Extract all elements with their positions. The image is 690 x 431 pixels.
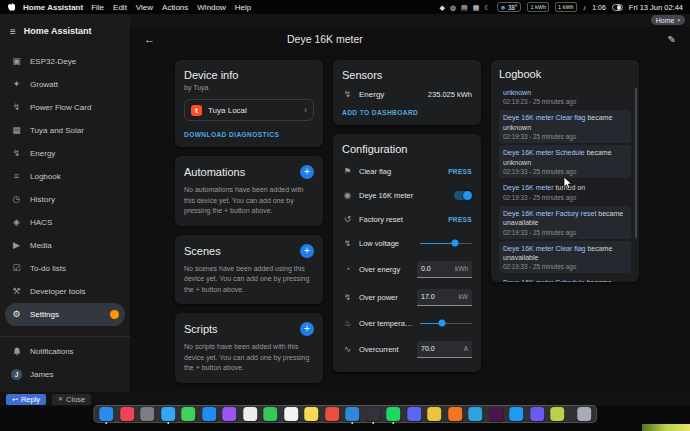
config-row-icon: ♨ <box>342 319 353 328</box>
sensor-energy-row[interactable]: ↯ Energy 235.025 kWh <box>342 90 472 99</box>
dock-app-icon[interactable] <box>263 407 277 421</box>
status-icon[interactable]: ☾ <box>484 4 490 11</box>
dock-app-icon[interactable] <box>99 407 113 421</box>
sidebar-item-user[interactable]: J James <box>5 363 125 386</box>
dock-app-icon[interactable] <box>161 407 175 421</box>
scrollbar[interactable] <box>635 88 637 238</box>
status-icon[interactable]: ◍ <box>450 4 456 11</box>
menubar-menu[interactable]: File <box>91 3 104 12</box>
logbook-entry[interactable]: Deye 16K meter Schedule became unknown 0… <box>499 145 631 178</box>
dock-app-icon[interactable] <box>468 407 482 421</box>
menubar-menu[interactable]: Help <box>235 3 251 12</box>
home-dropdown[interactable]: Home ▾ <box>651 15 685 25</box>
power-widget-1[interactable]: 1 kWh <box>527 2 549 12</box>
number-input[interactable]: 70.0A <box>417 341 472 358</box>
integration-row[interactable]: t Tuya Local › <box>184 99 314 121</box>
dock-app-icon[interactable] <box>325 407 339 421</box>
logbook-entity-link[interactable]: Deye 16K meter Schedule <box>503 279 585 282</box>
menubar-app-name[interactable]: Home Assistant <box>23 3 83 12</box>
sidebar-item-notifications[interactable]: Notifications <box>5 340 125 363</box>
dock-app-icon[interactable] <box>304 407 318 421</box>
dock-app-icon[interactable] <box>366 407 380 421</box>
slider[interactable] <box>420 238 472 248</box>
logbook-entity-link[interactable]: Deye 16K meter Clear flag <box>503 114 585 121</box>
add-automation-button[interactable]: + <box>300 165 314 179</box>
slider[interactable] <box>420 318 472 328</box>
menubar-clock[interactable]: Fri 13 Jun 02:44 <box>629 3 683 12</box>
logbook-entity-link[interactable]: Deye 16K meter <box>503 184 554 191</box>
logbook-entity-link[interactable]: Deye 16K meter Schedule <box>503 149 585 156</box>
dock-app-icon[interactable] <box>386 407 400 421</box>
temperature-widget[interactable]: ❄ 38° <box>497 2 522 12</box>
logbook-entry[interactable]: Deye 16K meter Clear flag became unavail… <box>499 241 631 274</box>
status-icon[interactable]: ▤ <box>461 4 468 11</box>
dock-app-icon[interactable] <box>448 407 462 421</box>
sidebar-item[interactable]: ◷ History <box>5 188 125 211</box>
sidebar-item[interactable]: ☑ To-do lists <box>5 257 125 280</box>
power-widget-2[interactable]: 1 kWh <box>555 2 577 12</box>
dock-app-icon[interactable] <box>530 407 544 421</box>
dock-app-icon[interactable] <box>222 407 236 421</box>
screen-time-widget[interactable]: 1:06 <box>592 4 606 11</box>
dock-app-icon[interactable] <box>577 407 591 421</box>
number-input[interactable]: 0.0kWh <box>417 261 472 278</box>
dock-app-icon[interactable] <box>243 407 257 421</box>
logbook-entry[interactable]: unknown 02:19:23 - 25 minutes ago <box>499 85 631 108</box>
dock-app-icon[interactable] <box>140 407 154 421</box>
config-row-icon: ◉ <box>342 191 353 200</box>
download-diagnostics-button[interactable]: DOWNLOAD DIAGNOSTICS <box>184 131 314 138</box>
menubar-menu[interactable]: Actions <box>162 3 188 12</box>
dock-app-icon[interactable] <box>427 407 441 421</box>
number-input[interactable]: 17.0kW <box>417 289 472 306</box>
logbook-entity-link[interactable]: unknown <box>503 89 531 96</box>
menubar-menu[interactable]: Edit <box>113 3 127 12</box>
volume-icon[interactable]: ♪ <box>583 4 587 11</box>
add-scene-button[interactable]: + <box>300 244 314 258</box>
dock-app-icon[interactable] <box>550 407 564 421</box>
sidebar-item[interactable]: ≡ Logbook <box>5 165 125 188</box>
sidebar-item[interactable]: ▣ ESP32-Deye <box>5 50 125 73</box>
close-button[interactable]: ✕ Close <box>52 394 91 405</box>
menu-icon[interactable]: ≡ <box>10 26 16 37</box>
sidebar-item[interactable]: ↯ Power Flow Card <box>5 96 125 119</box>
control-center-icon[interactable] <box>612 4 623 11</box>
dock-app-icon[interactable] <box>181 407 195 421</box>
sidebar-item[interactable]: ✦ Growatt <box>5 73 125 96</box>
logbook-entity-link[interactable]: Deye 16K meter Factory reset <box>503 210 596 217</box>
dock-app-icon[interactable] <box>345 407 359 421</box>
menubar-menu[interactable]: Window <box>197 3 225 12</box>
dock-app-icon[interactable] <box>489 407 503 421</box>
toggle-switch[interactable] <box>454 191 472 200</box>
press-button[interactable]: PRESS <box>448 216 472 223</box>
dock-app-icon[interactable] <box>407 407 421 421</box>
status-icon[interactable]: ▦ <box>473 4 480 11</box>
macos-menubar: Home Assistant FileEditViewActionsWindow… <box>0 0 690 14</box>
dock-app-icon[interactable] <box>202 407 216 421</box>
menubar-menu[interactable]: View <box>136 3 153 12</box>
logbook-entry[interactable]: Deye 16K meter Factory reset became unav… <box>499 206 631 239</box>
back-button[interactable]: ← <box>144 33 155 45</box>
add-script-button[interactable]: + <box>300 322 314 336</box>
number-input-unit: kWh <box>455 265 468 272</box>
add-to-dashboard-button[interactable]: ADD TO DASHBOARD <box>342 109 472 116</box>
sidebar-item[interactable]: ▦ Tuya and Solar <box>5 119 125 142</box>
sidebar-item[interactable]: ◈ HACS <box>5 211 125 234</box>
edit-device-button[interactable]: ✎ <box>668 34 676 45</box>
logbook-entity-link[interactable]: Deye 16K meter Clear flag <box>503 245 585 252</box>
logbook-entry[interactable]: Deye 16K meter turned on 02:19:33 - 25 m… <box>499 180 631 203</box>
logbook-entry[interactable]: Deye 16K meter Clear flag became unknown… <box>499 110 631 143</box>
sidebar-item[interactable]: ⚒ Developer tools <box>5 280 125 303</box>
apple-menu-icon[interactable] <box>7 3 15 12</box>
logbook-entry[interactable]: Deye 16K meter Schedule became… <box>499 275 631 282</box>
config-row-icon: ∿ <box>342 345 353 354</box>
sidebar-item[interactable]: ↯ Energy <box>5 142 125 165</box>
reply-button[interactable]: ↩ Reply <box>6 394 46 405</box>
press-button[interactable]: PRESS <box>448 168 472 175</box>
sidebar-item[interactable]: ▶ Media <box>5 234 125 257</box>
sidebar-item[interactable]: ⚙ Settings <box>5 303 125 326</box>
status-icon[interactable]: ◆ <box>440 4 445 11</box>
dock-app-icon[interactable] <box>120 407 134 421</box>
dock-app-icon[interactable] <box>509 407 523 421</box>
sidebar-item-label: To-do lists <box>30 264 66 273</box>
dock-app-icon[interactable] <box>284 407 298 421</box>
